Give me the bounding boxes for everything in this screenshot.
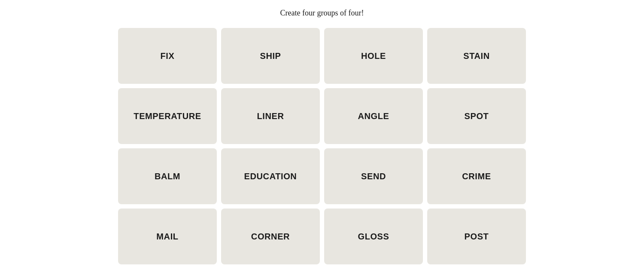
card-stain[interactable]: STAIN <box>427 28 526 84</box>
card-label-post: POST <box>461 228 492 245</box>
card-ship[interactable]: SHIP <box>221 28 320 84</box>
card-label-mail: MAIL <box>153 228 182 245</box>
card-label-balm: BALM <box>151 168 184 185</box>
card-temperature[interactable]: TEMPERATURE <box>118 88 217 144</box>
card-label-fix: FIX <box>157 48 178 64</box>
card-mail[interactable]: MAIL <box>118 209 217 264</box>
card-label-angle: ANGLE <box>355 108 393 125</box>
card-label-temperature: TEMPERATURE <box>130 108 204 125</box>
card-label-hole: HOLE <box>358 48 389 64</box>
card-label-education: EDUCATION <box>241 168 301 185</box>
card-crime[interactable]: CRIME <box>427 148 526 204</box>
card-fix[interactable]: FIX <box>118 28 217 84</box>
card-label-ship: SHIP <box>256 48 284 64</box>
card-liner[interactable]: LINER <box>221 88 320 144</box>
card-label-send: SEND <box>358 168 389 185</box>
card-label-crime: CRIME <box>459 168 494 185</box>
card-education[interactable]: EDUCATION <box>221 148 320 204</box>
card-hole[interactable]: HOLE <box>324 28 423 84</box>
card-label-corner: CORNER <box>248 228 293 245</box>
card-label-spot: SPOT <box>461 108 492 125</box>
subtitle: Create four groups of four! <box>280 9 364 18</box>
card-post[interactable]: POST <box>427 209 526 264</box>
card-balm[interactable]: BALM <box>118 148 217 204</box>
word-grid: FIXSHIPHOLESTAINTEMPERATURELINERANGLESPO… <box>118 28 526 264</box>
card-gloss[interactable]: GLOSS <box>324 209 423 264</box>
card-corner[interactable]: CORNER <box>221 209 320 264</box>
card-send[interactable]: SEND <box>324 148 423 204</box>
card-label-stain: STAIN <box>460 48 493 64</box>
card-angle[interactable]: ANGLE <box>324 88 423 144</box>
card-label-liner: LINER <box>254 108 288 125</box>
card-label-gloss: GLOSS <box>354 228 392 245</box>
card-spot[interactable]: SPOT <box>427 88 526 144</box>
